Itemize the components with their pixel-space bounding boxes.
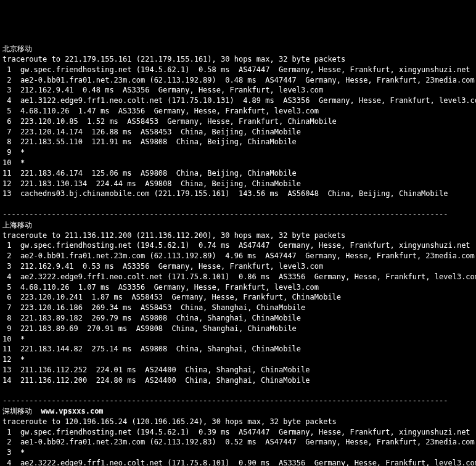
section-title: 北京移动 [2, 44, 474, 54]
blank-line [2, 385, 474, 396]
traceroute-hop: 11 221.183.46.174 125.06 ms AS9808 China… [2, 168, 474, 179]
traceroute-hop: 2 ae2-0.bb01.fra01.net.23m.com (62.113.1… [2, 251, 474, 261]
traceroute-header: traceroute to 211.136.112.200 (211.136.1… [2, 231, 474, 241]
section-title: 深圳移动 www.vpsxxs.com [2, 406, 474, 417]
traceroute-hop: 6 223.120.10.241 1.87 ms AS58453 Germany… [2, 292, 474, 303]
traceroute-hop: 2 ae2-0.bb01.fra01.net.23m.com (62.113.1… [2, 75, 474, 86]
traceroute-hop: 12 * [2, 354, 474, 365]
traceroute-header: traceroute to 120.196.165.24 (120.196.16… [2, 417, 474, 427]
traceroute-hop: 9 221.183.89.69 270.91 ms AS9808 China, … [2, 324, 474, 334]
traceroute-hop: 3 * [2, 448, 474, 458]
divider: ----------------------------------------… [2, 396, 474, 406]
traceroute-hop: 11 221.183.144.82 275.14 ms AS9808 China… [2, 344, 474, 354]
traceroute-hop: 14 211.136.112.200 224.80 ms AS24400 Chi… [2, 375, 474, 386]
divider: ----------------------------------------… [2, 210, 474, 220]
url-text: www.vpsxxs.com [41, 407, 103, 415]
traceroute-hop: 1 gw.spec.friendhosting.net (194.5.62.1)… [2, 65, 474, 75]
terminal-output: 北京移动traceroute to 221.179.155.161 (221.1… [2, 44, 474, 466]
traceroute-hop: 4 ae2.3222.edge9.frf1.neo.colt.net (171.… [2, 458, 474, 466]
traceroute-hop: 12 221.183.130.134 224.44 ms AS9808 Chin… [2, 179, 474, 189]
traceroute-hop: 5 4.68.110.26 1.07 ms AS3356 Germany, He… [2, 282, 474, 293]
traceroute-hop: 6 223.120.10.85 1.52 ms AS58453 Germany,… [2, 116, 474, 127]
traceroute-hop: 9 * [2, 147, 474, 158]
traceroute-hop: 5 4.68.110.26 1.47 ms AS3356 Germany, He… [2, 106, 474, 116]
traceroute-hop: 7 223.120.14.174 126.88 ms AS58453 China… [2, 127, 474, 137]
traceroute-hop: 3 212.162.9.41 0.48 ms AS3356 Germany, H… [2, 85, 474, 96]
traceroute-hop: 1 gw.spec.friendhosting.net (194.5.62.1)… [2, 240, 474, 251]
traceroute-hop: 7 223.120.16.186 269.34 ms AS58453 China… [2, 303, 474, 313]
traceroute-hop: 3 212.162.9.41 0.53 ms AS3356 Germany, H… [2, 261, 474, 272]
traceroute-hop: 2 ae1-0.bb02.fra01.net.23m.com (62.113.1… [2, 437, 474, 448]
traceroute-hop: 4 ae2.3222.edge9.frf1.neo.colt.net (171.… [2, 272, 474, 282]
traceroute-hop: 13 211.136.112.252 224.01 ms AS24400 Chi… [2, 365, 474, 375]
traceroute-hop: 8 221.183.89.182 269.79 ms AS9808 China,… [2, 313, 474, 324]
traceroute-hop: 13 cachedns03.bj.chinamobile.com (221.17… [2, 189, 474, 199]
section-title: 上海移动 [2, 220, 474, 231]
traceroute-hop: 8 221.183.55.110 121.91 ms AS9808 China,… [2, 137, 474, 147]
blank-line [2, 199, 474, 210]
traceroute-hop: 1 gw.spec.friendhosting.net (194.5.62.1)… [2, 427, 474, 438]
traceroute-hop: 10 * [2, 158, 474, 168]
traceroute-hop: 4 ae1.3122.edge9.frf1.neo.colt.net (171.… [2, 96, 474, 106]
traceroute-header: traceroute to 221.179.155.161 (221.179.1… [2, 54, 474, 65]
traceroute-hop: 10 * [2, 334, 474, 345]
